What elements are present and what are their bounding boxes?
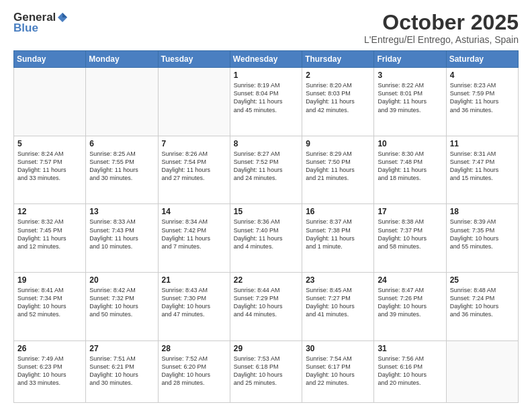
calendar-cell: 8Sunrise: 8:27 AMSunset: 7:52 PMDaylight… [230,136,302,204]
calendar-cell: 7Sunrise: 8:26 AMSunset: 7:54 PMDaylight… [158,136,230,204]
cell-text: Sunrise: 8:47 AMSunset: 7:26 PMDaylight:… [378,286,442,319]
day-number: 20 [89,275,154,285]
cell-text: Sunrise: 8:30 AMSunset: 7:48 PMDaylight:… [378,150,442,183]
cell-text: Sunrise: 8:41 AMSunset: 7:34 PMDaylight:… [17,286,82,319]
cell-text: Sunrise: 8:23 AMSunset: 7:59 PMDaylight:… [450,81,515,114]
logo-blue: Blue [13,21,38,35]
calendar-cell: 17Sunrise: 8:38 AMSunset: 7:37 PMDayligh… [374,204,446,273]
day-number: 16 [306,207,370,216]
cell-text: Sunrise: 8:48 AMSunset: 7:24 PMDaylight:… [450,286,515,319]
cell-text: Sunrise: 8:24 AMSunset: 7:57 PMDaylight:… [17,150,82,183]
cell-text: Sunrise: 8:44 AMSunset: 7:29 PMDaylight:… [234,286,298,319]
cell-text: Sunrise: 7:52 AMSunset: 6:20 PMDaylight:… [162,355,226,387]
calendar-cell: 10Sunrise: 8:30 AMSunset: 7:48 PMDayligh… [374,136,446,204]
day-number: 7 [162,139,226,148]
day-number: 1 [234,71,298,80]
calendar-cell: 3Sunrise: 8:22 AMSunset: 8:01 PMDaylight… [374,68,446,136]
day-header-thursday: Thursday [302,51,374,68]
day-number: 2 [306,71,370,80]
calendar-cell: 29Sunrise: 7:53 AMSunset: 6:18 PMDayligh… [230,340,302,402]
cell-text: Sunrise: 8:42 AMSunset: 7:32 PMDaylight:… [89,286,154,319]
calendar-cell: 24Sunrise: 8:47 AMSunset: 7:26 PMDayligh… [374,273,446,341]
calendar-cell: 9Sunrise: 8:29 AMSunset: 7:50 PMDaylight… [302,136,374,204]
day-number: 24 [378,275,442,285]
day-header-sunday: Sunday [14,51,86,68]
cell-text: Sunrise: 8:19 AMSunset: 8:04 PMDaylight:… [234,81,298,114]
calendar-week-row: 19Sunrise: 8:41 AMSunset: 7:34 PMDayligh… [14,273,519,341]
cell-text: Sunrise: 8:26 AMSunset: 7:54 PMDaylight:… [162,150,226,183]
calendar-cell: 15Sunrise: 8:36 AMSunset: 7:40 PMDayligh… [230,204,302,273]
day-number: 5 [17,139,82,148]
day-header-tuesday: Tuesday [158,51,230,68]
calendar-cell: 6Sunrise: 8:25 AMSunset: 7:55 PMDaylight… [86,136,158,204]
calendar-cell: 2Sunrise: 8:20 AMSunset: 8:03 PMDaylight… [302,68,374,136]
day-number: 21 [162,275,226,285]
calendar-week-row: 26Sunrise: 7:49 AMSunset: 6:23 PMDayligh… [14,340,519,402]
day-number: 10 [378,139,442,148]
day-number: 25 [450,275,515,285]
day-header-friday: Friday [374,51,446,68]
cell-text: Sunrise: 8:31 AMSunset: 7:47 PMDaylight:… [450,150,515,183]
svg-marker-1 [62,13,67,17]
day-number: 4 [450,71,515,80]
calendar-week-row: 1Sunrise: 8:19 AMSunset: 8:04 PMDaylight… [14,68,519,136]
day-number: 9 [306,139,370,148]
day-number: 26 [17,344,82,353]
cell-text: Sunrise: 8:39 AMSunset: 7:35 PMDaylight:… [450,218,515,250]
logo-icon [56,11,69,24]
cell-text: Sunrise: 8:45 AMSunset: 7:27 PMDaylight:… [306,286,370,319]
day-number: 6 [89,139,154,148]
calendar-cell: 27Sunrise: 7:51 AMSunset: 6:21 PMDayligh… [86,340,158,402]
calendar-cell: 21Sunrise: 8:43 AMSunset: 7:30 PMDayligh… [158,273,230,341]
calendar-cell: 5Sunrise: 8:24 AMSunset: 7:57 PMDaylight… [14,136,86,204]
day-number: 18 [450,207,515,216]
day-number: 28 [162,344,226,353]
header: General Blue October 2025 L'Entregu/El E… [13,11,519,45]
day-number: 8 [234,139,298,148]
cell-text: Sunrise: 8:27 AMSunset: 7:52 PMDaylight:… [234,150,298,183]
calendar-cell: 12Sunrise: 8:32 AMSunset: 7:45 PMDayligh… [14,204,86,273]
cell-text: Sunrise: 7:51 AMSunset: 6:21 PMDaylight:… [89,355,154,387]
cell-text: Sunrise: 8:43 AMSunset: 7:30 PMDaylight:… [162,286,226,319]
calendar-cell [14,68,86,136]
cell-text: Sunrise: 8:22 AMSunset: 8:01 PMDaylight:… [378,81,442,114]
cell-text: Sunrise: 8:36 AMSunset: 7:40 PMDaylight:… [234,218,298,250]
calendar-cell: 1Sunrise: 8:19 AMSunset: 8:04 PMDaylight… [230,68,302,136]
calendar-table: SundayMondayTuesdayWednesdayThursdayFrid… [13,50,519,403]
calendar-week-row: 5Sunrise: 8:24 AMSunset: 7:57 PMDaylight… [14,136,519,204]
cell-text: Sunrise: 8:38 AMSunset: 7:37 PMDaylight:… [378,218,442,250]
cell-text: Sunrise: 8:25 AMSunset: 7:55 PMDaylight:… [89,150,154,183]
logo: General Blue [13,11,69,35]
day-number: 11 [450,139,515,148]
calendar-cell: 13Sunrise: 8:33 AMSunset: 7:43 PMDayligh… [86,204,158,273]
location: L'Entregu/El Entrego, Asturias, Spain [364,34,519,45]
day-number: 3 [378,71,442,80]
month-title: October 2025 [364,11,519,34]
day-number: 15 [234,207,298,216]
calendar-cell: 20Sunrise: 8:42 AMSunset: 7:32 PMDayligh… [86,273,158,341]
day-number: 22 [234,275,298,285]
calendar-cell: 26Sunrise: 7:49 AMSunset: 6:23 PMDayligh… [14,340,86,402]
calendar-cell: 19Sunrise: 8:41 AMSunset: 7:34 PMDayligh… [14,273,86,341]
calendar-header-row: SundayMondayTuesdayWednesdayThursdayFrid… [14,51,519,68]
cell-text: Sunrise: 7:54 AMSunset: 6:17 PMDaylight:… [306,355,370,387]
cell-text: Sunrise: 8:32 AMSunset: 7:45 PMDaylight:… [17,218,82,250]
calendar-cell [446,340,518,402]
calendar-cell: 4Sunrise: 8:23 AMSunset: 7:59 PMDaylight… [446,68,518,136]
day-number: 19 [17,275,82,285]
calendar-cell: 25Sunrise: 8:48 AMSunset: 7:24 PMDayligh… [446,273,518,341]
calendar-cell [86,68,158,136]
cell-text: Sunrise: 7:53 AMSunset: 6:18 PMDaylight:… [234,355,298,387]
cell-text: Sunrise: 8:29 AMSunset: 7:50 PMDaylight:… [306,150,370,183]
day-number: 17 [378,207,442,216]
title-block: October 2025 L'Entregu/El Entrego, Astur… [364,11,519,45]
day-header-saturday: Saturday [446,51,518,68]
day-number: 23 [306,275,370,285]
calendar-cell: 14Sunrise: 8:34 AMSunset: 7:42 PMDayligh… [158,204,230,273]
calendar-cell: 18Sunrise: 8:39 AMSunset: 7:35 PMDayligh… [446,204,518,273]
cell-text: Sunrise: 7:49 AMSunset: 6:23 PMDaylight:… [17,355,82,387]
cell-text: Sunrise: 8:33 AMSunset: 7:43 PMDaylight:… [89,218,154,250]
calendar-cell: 23Sunrise: 8:45 AMSunset: 7:27 PMDayligh… [302,273,374,341]
calendar-week-row: 12Sunrise: 8:32 AMSunset: 7:45 PMDayligh… [14,204,519,273]
day-number: 31 [378,344,442,353]
